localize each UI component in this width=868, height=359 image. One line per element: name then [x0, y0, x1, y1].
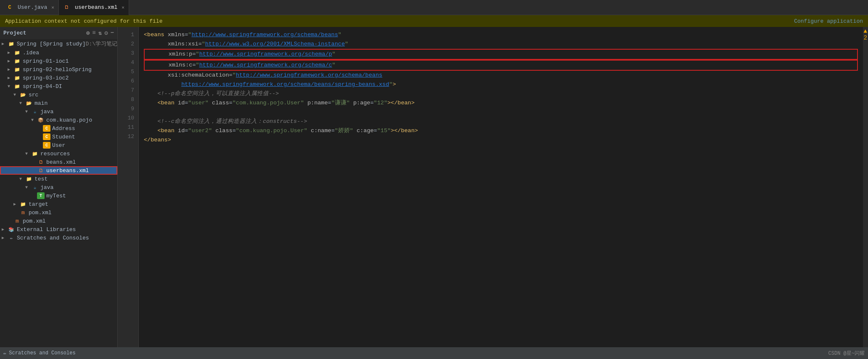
- list-icon[interactable]: ≡: [92, 29, 95, 37]
- code-line-3: xmlns:p="http://www.springframework.org/…: [144, 49, 858, 60]
- tree-item-spring-03[interactable]: 📁 spring-03-ioc2: [0, 74, 117, 82]
- arrow-target: [13, 202, 19, 207]
- test-label: test: [34, 176, 48, 182]
- code-line-6: https://www.springframework.org/schema/b…: [144, 80, 858, 89]
- xml-icon: 🗋: [63, 4, 71, 11]
- folder-icon-main: 📂: [25, 100, 33, 106]
- package-icon: 📦: [37, 117, 45, 123]
- tree-item-idea[interactable]: 📁 .idea: [0, 48, 117, 57]
- tree-item-resources[interactable]: 📁 resources: [0, 149, 117, 158]
- code-line-2: xmlns:xsi="http://www.w3.org/2001/XMLSch…: [144, 40, 858, 49]
- tree-item-java[interactable]: ☕ java: [0, 107, 117, 116]
- tree-item-ext-libs[interactable]: 📚 External Libraries: [0, 225, 117, 234]
- tree-item-package[interactable]: 📦 com.kuang.pojo: [0, 116, 117, 124]
- arrow-spring-02: [8, 67, 13, 72]
- bottom-bar: ✏ Scratches and Consoles CSDN @星~闪耀: [0, 347, 868, 359]
- maven-icon-pom-root: m: [13, 218, 21, 224]
- tree-item-student[interactable]: C Student: [0, 133, 117, 141]
- tree-item-main[interactable]: 📂 main: [0, 99, 117, 107]
- tab-user-java[interactable]: C User.java ✕: [2, 0, 59, 15]
- tab-userbeans-xml[interactable]: 🗋 userbeans.xml ✕: [59, 0, 129, 15]
- java-icon-user: C: [43, 142, 50, 149]
- tab-user-java-label: User.java: [18, 4, 47, 11]
- configure-action[interactable]: Configure application: [794, 18, 863, 24]
- mytest-label: myTest: [46, 193, 66, 199]
- code-line-4: xmlns:c="http://www.springframework.org/…: [144, 60, 858, 71]
- spring-root-label: Spring [Spring study]: [17, 41, 86, 47]
- folder-icon-spring: 📁: [8, 40, 15, 47]
- tree-item-pom-root[interactable]: m pom.xml: [0, 217, 117, 225]
- idea-label: .idea: [23, 50, 39, 56]
- main-content: Project ⊕ ≡ ⇅ ⚙ − 📁 Spring [Spring study…: [0, 27, 868, 347]
- code-editor[interactable]: <beans xmlns="http://www.springframework…: [139, 27, 863, 347]
- code-line-11: <bean id="user2" class="com.kuang.pojo.U…: [144, 126, 858, 136]
- pom-root-label: pom.xml: [23, 218, 46, 224]
- folder-icon-test: 📁: [25, 176, 33, 182]
- userbeans-xml-label: userbeans.xml: [46, 168, 89, 174]
- folder-icon-src: 📂: [19, 91, 27, 98]
- java-icon-mytest: T: [37, 192, 45, 199]
- tree-item-src[interactable]: 📂 src: [0, 90, 117, 99]
- tree-item-spring-04[interactable]: 📁 spring-04-DI: [0, 82, 117, 90]
- tree-item-target[interactable]: 📁 target: [0, 200, 117, 208]
- tree-item-test-java[interactable]: ☕ java: [0, 183, 117, 191]
- tree-item-address[interactable]: C Address: [0, 124, 117, 133]
- tab-bar: C User.java ✕ 🗋 userbeans.xml ✕: [0, 0, 868, 15]
- target-label: target: [29, 201, 48, 207]
- java-icon-student: C: [43, 133, 50, 140]
- folder-icon-spring-01: 📁: [13, 58, 21, 64]
- ext-lib-icon: 📚: [8, 226, 15, 233]
- tree-item-beans-xml[interactable]: 🗋 beans.xml: [0, 158, 117, 166]
- tab-user-java-close[interactable]: ✕: [51, 5, 54, 10]
- spring-root-path: D:\学习笔记: [86, 40, 117, 48]
- tree-item-spring-root[interactable]: 📁 Spring [Spring study] D:\学习笔记: [0, 39, 117, 48]
- arrow-spring-03: [8, 75, 13, 80]
- scrollbar-area: ▲ 2: [863, 27, 868, 347]
- java-icon: C: [6, 4, 13, 11]
- arrow-main: [19, 101, 25, 106]
- tree-item-mytest[interactable]: T myTest: [0, 191, 117, 200]
- code-line-1: <beans xmlns="http://www.springframework…: [144, 30, 858, 40]
- notification-bar: Application context not configured for t…: [0, 15, 868, 27]
- java-icon-address: C: [43, 125, 50, 132]
- main-label: main: [34, 100, 48, 106]
- folder-icon-java: ☕: [31, 108, 39, 115]
- ext-libs-label: External Libraries: [17, 226, 76, 233]
- globe-icon[interactable]: ⊕: [86, 29, 90, 37]
- test-java-label: java: [40, 184, 53, 191]
- src-label: src: [29, 92, 38, 98]
- sidebar-header-icons: ⊕ ≡ ⇅ ⚙ −: [86, 29, 114, 37]
- folder-icon-spring-03: 📁: [13, 74, 21, 81]
- spring-01-label: spring-01-ioc1: [23, 58, 69, 64]
- bottom-scratches-link[interactable]: ✏ Scratches and Consoles: [3, 350, 76, 356]
- arrow-test-java: [25, 185, 31, 190]
- java-label: java: [40, 109, 53, 115]
- folder-icon-spring-02: 📁: [13, 66, 21, 73]
- tree-item-scratches[interactable]: ✏ Scratches and Consoles: [0, 234, 117, 242]
- arrow-ext-libs: [2, 227, 8, 232]
- xml-icon-beans: 🗋: [37, 159, 45, 165]
- minus-icon[interactable]: −: [111, 29, 114, 37]
- sidebar-header: Project ⊕ ≡ ⇅ ⚙ −: [0, 27, 117, 39]
- tree-item-userbeans-xml[interactable]: 🗋 userbeans.xml: [0, 166, 117, 175]
- tab-userbeans-xml-label: userbeans.xml: [75, 4, 117, 11]
- folder-icon-idea: 📁: [13, 49, 21, 56]
- address-label: Address: [52, 125, 75, 132]
- tree-item-test[interactable]: 📁 test: [0, 175, 117, 183]
- editor-area: 1 2 3 4 5 6 7 8 9 10 11 12 <beans xmlns=…: [118, 27, 868, 347]
- sidebar: Project ⊕ ≡ ⇅ ⚙ − 📁 Spring [Spring study…: [0, 27, 118, 347]
- folder-icon-resources: 📁: [31, 150, 39, 157]
- tab-userbeans-xml-close[interactable]: ✕: [122, 5, 124, 10]
- arrow-resources: [25, 152, 31, 156]
- code-line-8: <bean id="user" class="com.kuang.pojo.Us…: [144, 98, 858, 108]
- tree-item-spring-01[interactable]: 📁 spring-01-ioc1: [0, 57, 117, 65]
- beans-xml-label: beans.xml: [46, 159, 76, 165]
- tree-item-user[interactable]: C User: [0, 141, 117, 149]
- gear-icon[interactable]: ⚙: [104, 29, 108, 37]
- folder-icon-spring-04: 📁: [13, 83, 21, 90]
- sort-icon[interactable]: ⇅: [98, 29, 102, 37]
- tree-item-spring-02[interactable]: 📁 spring-02-helloSpring: [0, 65, 117, 74]
- tree-item-pom-spring04[interactable]: m pom.xml: [0, 208, 117, 217]
- folder-icon-target: 📁: [19, 201, 27, 207]
- spring-03-label: spring-03-ioc2: [23, 75, 69, 81]
